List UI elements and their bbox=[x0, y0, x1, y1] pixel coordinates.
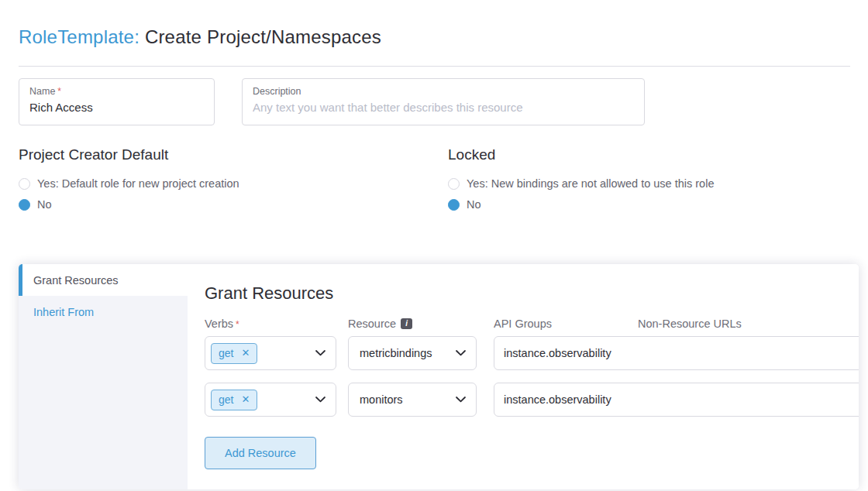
section-project-creator-default: Project Creator Default Yes: Default rol… bbox=[19, 146, 448, 219]
tabbed-panel: Grant Resources Inherit From Grant Resou… bbox=[19, 264, 859, 489]
grant-resources-panel: Grant Resources Verbs* Resourcei API Gro… bbox=[188, 264, 859, 489]
chevron-down-icon bbox=[456, 397, 466, 403]
page-title-main: Create Project/Namespaces bbox=[145, 26, 381, 47]
resource-select[interactable]: monitors bbox=[348, 383, 477, 417]
chevron-down-icon bbox=[456, 350, 466, 356]
verb-tag-label: get bbox=[219, 393, 233, 406]
grant-resources-heading: Grant Resources bbox=[205, 283, 843, 304]
radio-option-default-role-no[interactable]: No bbox=[19, 198, 448, 211]
tab-sidebar: Grant Resources Inherit From bbox=[19, 264, 188, 489]
info-icon[interactable]: i bbox=[401, 318, 412, 329]
radio-unselected-icon[interactable] bbox=[448, 178, 460, 190]
project-creator-default-heading: Project Creator Default bbox=[19, 146, 448, 163]
column-header-api-groups: API Groups bbox=[494, 318, 608, 330]
remove-verb-icon[interactable]: ✕ bbox=[241, 348, 250, 358]
tab-inherit-from[interactable]: Inherit From bbox=[19, 296, 188, 328]
add-resource-button[interactable]: Add Resource bbox=[205, 437, 316, 469]
resource-select[interactable]: metricbindings bbox=[348, 336, 477, 370]
radio-sections: Project Creator Default Yes: Default rol… bbox=[19, 146, 850, 219]
verbs-select[interactable]: get✕ bbox=[205, 336, 336, 370]
chevron-down-icon bbox=[315, 350, 326, 356]
resource-select-value: metricbindings bbox=[360, 347, 456, 359]
radio-option-default-role-yes[interactable]: Yes: Default role for new project creati… bbox=[19, 177, 448, 190]
name-label: Name* bbox=[29, 86, 204, 97]
description-input[interactable] bbox=[253, 101, 634, 114]
radio-label: No bbox=[37, 198, 52, 211]
roletemplate-create-page: RoleTemplate: Create Project/Namespaces … bbox=[0, 26, 868, 489]
api-groups-input[interactable] bbox=[494, 336, 859, 370]
radio-selected-icon[interactable] bbox=[19, 199, 30, 211]
grant-columns-header: Verbs* Resourcei API Groups Non-Resource… bbox=[205, 318, 843, 330]
required-asterisk: * bbox=[236, 319, 239, 330]
radio-label: No bbox=[467, 198, 481, 211]
description-label: Description bbox=[253, 86, 634, 97]
basic-fields-row: Name* Description bbox=[19, 78, 850, 125]
description-field[interactable]: Description bbox=[242, 78, 645, 125]
resource-rule-row: get✕ monitors Remove bbox=[205, 383, 843, 417]
column-header-resource: Resourcei bbox=[348, 318, 477, 330]
name-input[interactable] bbox=[29, 101, 204, 114]
radio-label: Yes: Default role for new project creati… bbox=[37, 177, 239, 190]
name-field[interactable]: Name* bbox=[19, 78, 215, 125]
remove-verb-icon[interactable]: ✕ bbox=[241, 394, 250, 404]
tab-grant-resources[interactable]: Grant Resources bbox=[19, 264, 188, 296]
verb-tag-label: get bbox=[219, 347, 233, 359]
locked-heading: Locked bbox=[448, 146, 714, 163]
title-divider bbox=[19, 66, 850, 67]
resource-select-value: monitors bbox=[360, 393, 456, 406]
radio-unselected-icon[interactable] bbox=[19, 178, 30, 190]
chevron-down-icon bbox=[315, 397, 326, 403]
radio-option-locked-yes[interactable]: Yes: New bindings are not allowed to use… bbox=[448, 177, 714, 190]
radio-label: Yes: New bindings are not allowed to use… bbox=[467, 177, 714, 190]
resource-rule-row: get✕ metricbindings Remove bbox=[205, 336, 843, 370]
page-title: RoleTemplate: Create Project/Namespaces bbox=[19, 26, 850, 48]
required-asterisk: * bbox=[57, 86, 61, 97]
verb-tag[interactable]: get✕ bbox=[211, 343, 257, 364]
radio-option-locked-no[interactable]: No bbox=[448, 198, 714, 211]
api-groups-input[interactable] bbox=[494, 383, 859, 417]
verbs-select[interactable]: get✕ bbox=[205, 383, 336, 417]
radio-selected-icon[interactable] bbox=[448, 199, 460, 211]
verb-tag[interactable]: get✕ bbox=[211, 390, 257, 410]
page-title-type: RoleTemplate: bbox=[19, 26, 140, 47]
section-locked: Locked Yes: New bindings are not allowed… bbox=[448, 146, 714, 219]
column-header-verbs: Verbs* bbox=[205, 318, 336, 330]
column-header-non-resource-urls: Non-Resource URLs bbox=[638, 318, 750, 330]
